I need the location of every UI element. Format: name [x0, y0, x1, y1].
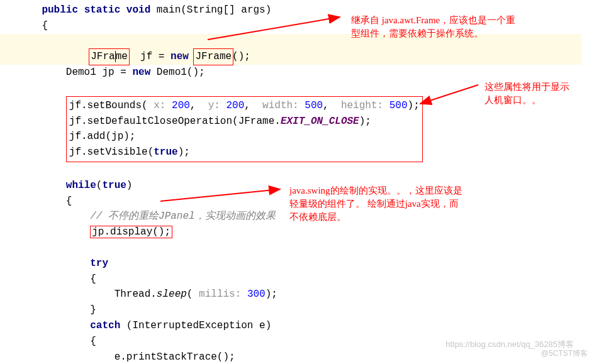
code-line: e.printStackTrace(); — [18, 350, 599, 364]
code-line — [18, 162, 599, 178]
code-editor[interactable]: public static void main(String[] args) {… — [0, 0, 599, 364]
code-line: } — [18, 302, 599, 318]
annotation-text-2: 这些属性将用于显示 人机窗口。。 — [484, 80, 569, 107]
watermark-text-2: @5CTST博客 — [541, 348, 588, 359]
code-line: { — [18, 272, 599, 287]
code-line — [18, 240, 599, 256]
annotation-text-1: 继承自 java.awt.Frame，应该也是一个重 型组件，需要依赖于操作系统… — [351, 14, 515, 40]
code-line: catch (InterruptedException e) — [18, 318, 599, 334]
code-line: jp.display(); — [18, 224, 599, 240]
code-line: Thread.sleep( millis: 300); — [18, 287, 599, 302]
code-line: try — [18, 256, 599, 272]
code-line: Demo1 jp = new Demo1(); — [18, 65, 599, 80]
annotation-text-3: java.swing的绘制的实现。。，这里应该是 轻量级的组件了。 绘制通过ja… — [289, 184, 462, 224]
